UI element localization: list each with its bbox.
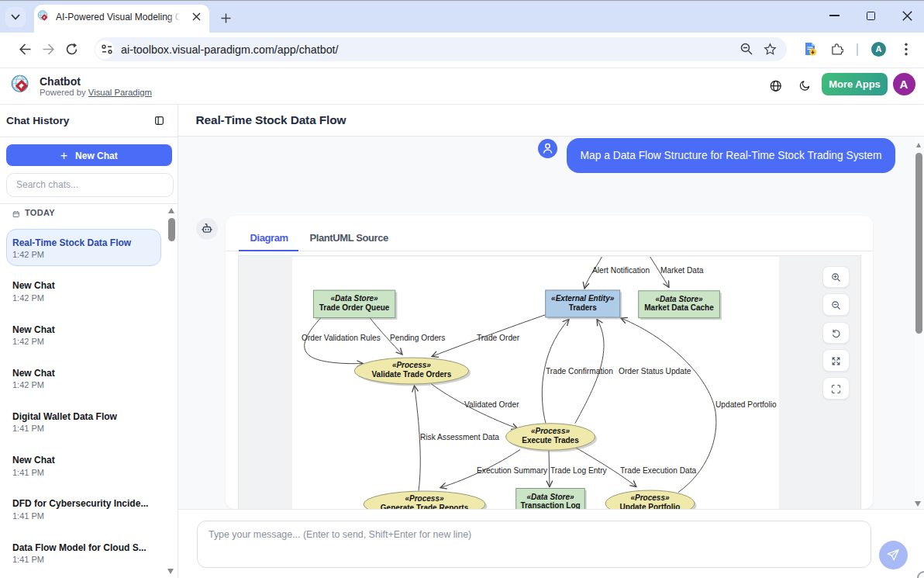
svg-text:Transaction Log: Transaction Log [520,501,580,510]
svg-text:Order Status Update: Order Status Update [619,367,691,376]
svg-text:Trade Execution Data: Trade Execution Data [620,466,696,475]
svg-text:Execution Summary: Execution Summary [477,466,548,475]
svg-text:Market Data Cache: Market Data Cache [644,303,714,312]
svg-text:«Process»: «Process» [405,494,443,503]
svg-text:«External Entity»: «External Entity» [551,294,615,303]
svg-text:Trade Order: Trade Order [477,334,520,342]
svg-text:«Process»: «Process» [630,493,669,502]
svg-text:Updated Portfolio: Updated Portfolio [715,400,777,409]
svg-text:Order Validation Rules: Order Validation Rules [302,334,381,342]
svg-text:Trade Confirmation: Trade Confirmation [546,367,613,376]
svg-text:«Process»: «Process» [392,361,431,369]
svg-text:«Process»: «Process» [531,427,570,435]
svg-text:«Data Store»: «Data Store» [331,294,379,303]
svg-text:Traders: Traders [569,303,598,311]
svg-text:Trade Order Queue: Trade Order Queue [319,303,390,311]
svg-text:«Data Store»: «Data Store» [655,294,703,303]
svg-text:Risk Assessment Data: Risk Assessment Data [420,433,499,441]
svg-text:Trade Log Entry: Trade Log Entry [550,466,608,475]
svg-text:Market Data: Market Data [660,266,704,275]
svg-text:Validated Order: Validated Order [464,400,519,409]
svg-text:Execute Trades: Execute Trades [522,435,579,444]
svg-text:Validate Trade Orders: Validate Trade Orders [371,369,451,378]
svg-text:Alert Notification: Alert Notification [592,266,650,275]
svg-text:Pending Orders: Pending Orders [390,334,445,342]
svg-text:«Data Store»: «Data Store» [526,492,574,500]
